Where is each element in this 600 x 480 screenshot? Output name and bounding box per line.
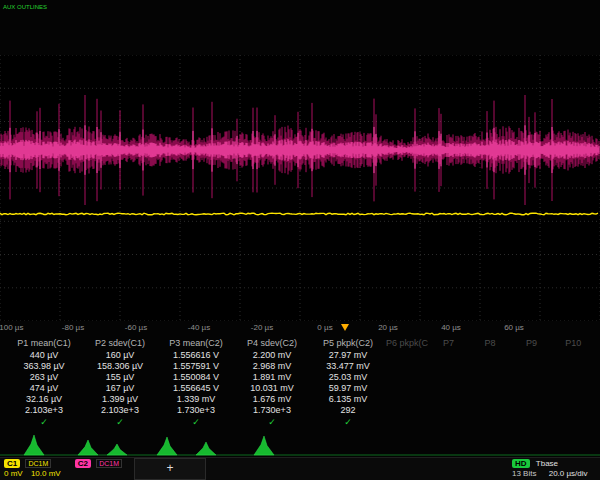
measure-value: 1.676 mV xyxy=(234,394,310,405)
c1-scale: 10.0 mV xyxy=(31,469,61,478)
measure-header[interactable]: P3 mean(C2) xyxy=(158,337,234,350)
measure-value xyxy=(386,372,428,383)
measure-header[interactable]: P10 xyxy=(552,337,594,350)
c2-coupling: DC1M xyxy=(96,459,122,468)
measure-value: 263 µV xyxy=(6,372,82,383)
c1-badge[interactable]: C1 xyxy=(4,459,20,468)
measure-header[interactable]: P8 xyxy=(469,337,511,350)
measure-value xyxy=(469,372,511,383)
measure-value: 1.339 mV xyxy=(158,394,234,405)
measure-value: 160 µV xyxy=(82,350,158,361)
measure-value xyxy=(428,361,470,372)
measure-value: 25.03 mV xyxy=(310,372,386,383)
measure-value: 440 µV xyxy=(6,350,82,361)
time-axis-label: -100 µs xyxy=(0,323,23,332)
bit-depth-label: 13 Bits xyxy=(512,469,536,478)
measure-value xyxy=(428,350,470,361)
measure-status-check xyxy=(469,416,511,428)
status-note: AUX OUTLINES xyxy=(3,4,55,11)
c2-badge[interactable]: C2 xyxy=(75,459,91,468)
waveform-display[interactable] xyxy=(0,55,600,321)
measure-status-check: ✓ xyxy=(6,416,82,428)
c1-offset: 0 mV xyxy=(4,469,23,478)
measure-value: 59.97 mV xyxy=(310,383,386,394)
measure-value: 1.556616 V xyxy=(158,350,234,361)
measure-value: 32.16 µV xyxy=(6,394,82,405)
time-axis-label: -20 µs xyxy=(251,323,273,332)
measure-value xyxy=(469,383,511,394)
measure-value: 167 µV xyxy=(82,383,158,394)
measure-header[interactable]: P4 sdev(C2) xyxy=(234,337,310,350)
measure-value: 474 µV xyxy=(6,383,82,394)
measure-value xyxy=(428,394,470,405)
measure-value xyxy=(511,394,553,405)
channel-c2-descriptor[interactable]: C2 DC1M xyxy=(71,458,126,480)
measure-header[interactable]: P2 sdev(C1) xyxy=(82,337,158,350)
measure-value xyxy=(386,405,428,416)
descriptor-bar: C1 DC1M 0 mV 10.0 mV C2 DC1M + HD Tbase … xyxy=(0,457,600,480)
measure-value xyxy=(469,361,511,372)
measure-value: 2.103e+3 xyxy=(6,405,82,416)
measure-value: 158.306 µV xyxy=(82,361,158,372)
measure-status-check: ✓ xyxy=(158,416,234,428)
timebase-label: Tbase xyxy=(536,459,558,468)
measure-value xyxy=(511,350,553,361)
timebase-value: 20.0 µs/div xyxy=(549,469,588,478)
measure-value xyxy=(552,383,594,394)
time-axis-label: 60 µs xyxy=(504,323,524,332)
timebase-descriptor[interactable]: HD Tbase 13 Bits 20.0 µs/div xyxy=(512,458,600,480)
measure-value: 1.557591 V xyxy=(158,361,234,372)
measure-value: 6.135 mV xyxy=(310,394,386,405)
add-trace-button[interactable]: + xyxy=(134,458,206,480)
measure-value xyxy=(552,405,594,416)
measure-value xyxy=(386,361,428,372)
measure-status-check: ✓ xyxy=(310,416,386,428)
measure-status-check xyxy=(386,416,428,428)
oscilloscope-ui: AUX OUTLINES -100 µs-80 µs-60 µs-40 µs-2… xyxy=(0,0,600,480)
measure-value: 1.556645 V xyxy=(158,383,234,394)
measure-status-check: ✓ xyxy=(82,416,158,428)
measure-value: 1.730e+3 xyxy=(234,405,310,416)
measure-value xyxy=(511,405,553,416)
time-axis: -100 µs-80 µs-60 µs-40 µs-20 µs0 µs20 µs… xyxy=(0,322,600,335)
measure-value: 1.399 µV xyxy=(82,394,158,405)
measure-value xyxy=(552,350,594,361)
measure-header[interactable]: P9 xyxy=(511,337,553,350)
time-axis-label: 40 µs xyxy=(441,323,461,332)
measure-value: 363.98 µV xyxy=(6,361,82,372)
measure-header[interactable]: P5 pkpk(C2) xyxy=(310,337,386,350)
measure-header[interactable]: P6 pkpk(C3) xyxy=(386,337,428,350)
measure-status-check xyxy=(552,416,594,428)
measure-value xyxy=(469,394,511,405)
measure-value: 33.477 mV xyxy=(310,361,386,372)
trigger-position-marker[interactable] xyxy=(341,324,349,331)
time-axis-label: -60 µs xyxy=(125,323,147,332)
measure-value: 2.968 mV xyxy=(234,361,310,372)
measure-value xyxy=(552,372,594,383)
measure-status-check xyxy=(511,416,553,428)
measure-value: 1.891 mV xyxy=(234,372,310,383)
measure-value: 155 µV xyxy=(82,372,158,383)
time-axis-label: 20 µs xyxy=(378,323,398,332)
measure-value xyxy=(428,372,470,383)
measure-value xyxy=(469,405,511,416)
time-axis-label: 0 µs xyxy=(317,323,332,332)
measure-value xyxy=(552,394,594,405)
measurement-table[interactable]: P1 mean(C1)P2 sdev(C1)P3 mean(C2)P4 sdev… xyxy=(6,337,594,428)
time-axis-label: -40 µs xyxy=(188,323,210,332)
measure-value xyxy=(511,361,553,372)
measure-value: 2.103e+3 xyxy=(82,405,158,416)
measure-value xyxy=(511,372,553,383)
measure-value: 10.031 mV xyxy=(234,383,310,394)
measure-value xyxy=(469,350,511,361)
measure-header[interactable]: P7 xyxy=(428,337,470,350)
measure-value xyxy=(386,383,428,394)
hd-mode-badge: HD xyxy=(512,459,530,468)
measure-value xyxy=(428,405,470,416)
measure-status-check: ✓ xyxy=(234,416,310,428)
c1-coupling: DC1M xyxy=(25,459,51,468)
measure-value xyxy=(428,383,470,394)
measure-value: 292 xyxy=(310,405,386,416)
measure-header[interactable]: P1 mean(C1) xyxy=(6,337,82,350)
channel-c1-descriptor[interactable]: C1 DC1M 0 mV 10.0 mV xyxy=(0,458,71,480)
